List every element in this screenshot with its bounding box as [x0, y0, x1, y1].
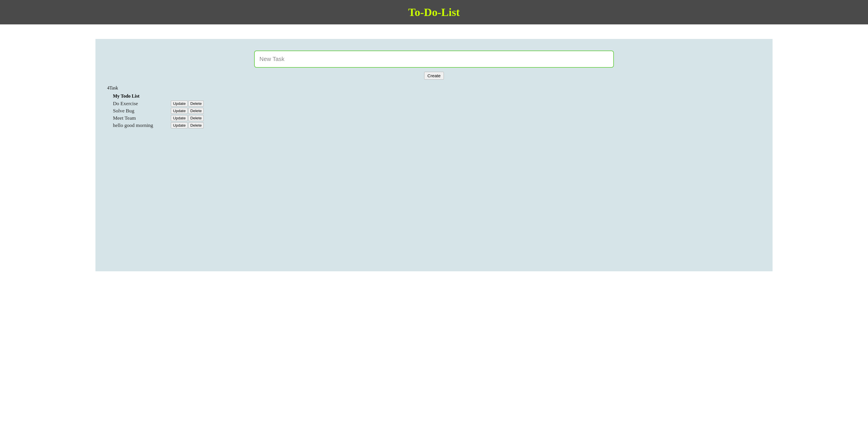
- update-button-3[interactable]: Update: [171, 115, 188, 121]
- delete-button-1[interactable]: Delete: [188, 101, 204, 107]
- update-button-2[interactable]: Update: [171, 108, 188, 114]
- table-row: Solve Bug Update Delete: [113, 108, 761, 114]
- task-name-3: Meet Team: [113, 115, 171, 121]
- task-actions-4: Update Delete: [171, 122, 204, 129]
- new-task-input[interactable]: [254, 51, 614, 68]
- input-section: Create: [107, 51, 761, 80]
- todo-list-title: My Todo List: [113, 93, 761, 99]
- app-header: To-Do-List: [0, 0, 868, 24]
- table-row: hello good morning Update Delete: [113, 122, 761, 129]
- task-name-4: hello good morning: [113, 122, 171, 129]
- task-name-1: Do Exercise: [113, 101, 171, 107]
- task-actions-2: Update Delete: [171, 108, 204, 114]
- task-actions-1: Update Delete: [171, 101, 204, 107]
- main-container: Create 4Task My Todo List Do Exercise Up…: [95, 39, 773, 271]
- task-name-2: Solve Bug: [113, 108, 171, 114]
- task-actions-3: Update Delete: [171, 115, 204, 121]
- task-count: 4Task: [107, 85, 761, 91]
- update-button-4[interactable]: Update: [171, 122, 188, 129]
- create-button[interactable]: Create: [424, 72, 444, 80]
- delete-button-4[interactable]: Delete: [188, 122, 204, 129]
- update-button-1[interactable]: Update: [171, 101, 188, 107]
- app-title: To-Do-List: [6, 6, 862, 19]
- table-row: Meet Team Update Delete: [113, 115, 761, 121]
- todo-list-section: My Todo List Do Exercise Update Delete S…: [113, 93, 761, 129]
- table-row: Do Exercise Update Delete: [113, 101, 761, 107]
- delete-button-3[interactable]: Delete: [188, 115, 204, 121]
- delete-button-2[interactable]: Delete: [188, 108, 204, 114]
